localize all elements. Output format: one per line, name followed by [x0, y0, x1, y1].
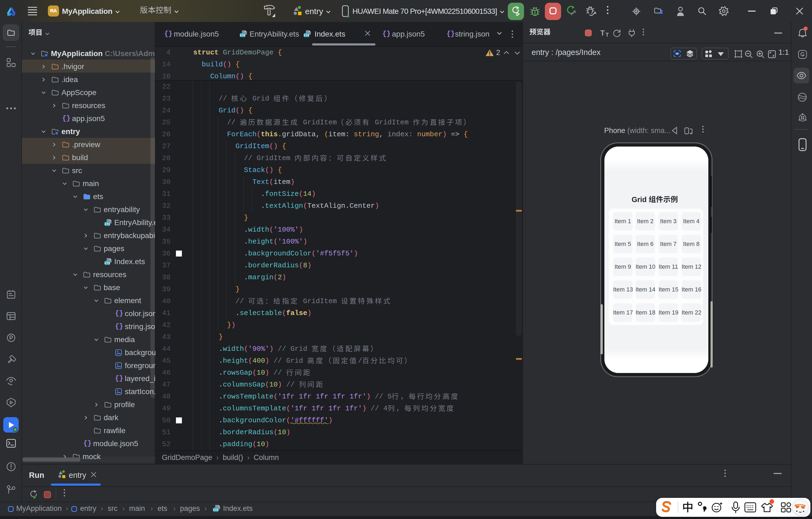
svg-text:ETS: ETS: [105, 262, 110, 265]
svg-text:ETS: ETS: [240, 34, 245, 37]
svg-text:ETS: ETS: [105, 222, 110, 226]
svg-text:ETS: ETS: [304, 34, 309, 37]
svg-text:ETS: ETS: [213, 508, 219, 512]
